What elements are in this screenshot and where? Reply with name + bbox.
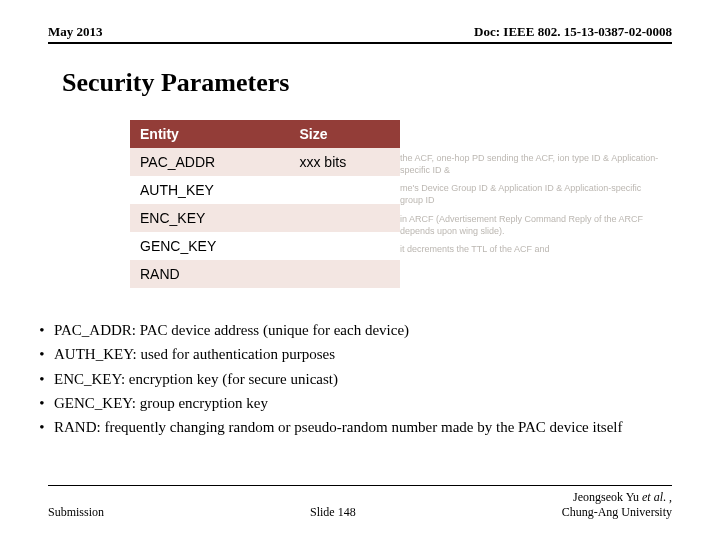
- col-size: Size: [289, 120, 400, 148]
- list-item: •RAND: frequently changing random or pse…: [30, 417, 672, 437]
- table-header-row: Entity Size: [130, 120, 400, 148]
- cell-size: [289, 232, 400, 260]
- ghost-line: it decrements the TTL of the ACF and: [400, 243, 665, 255]
- table-row: RAND: [130, 260, 400, 288]
- slide: May 2013 Doc: IEEE 802. 15-13-0387-02-00…: [0, 0, 720, 540]
- bullet-icon: •: [30, 344, 54, 364]
- table-row: GENC_KEY: [130, 232, 400, 260]
- slide-title: Security Parameters: [62, 68, 289, 98]
- footer-center: Slide 148: [104, 505, 562, 520]
- header-rule: [48, 42, 672, 44]
- cell-size: [289, 204, 400, 232]
- list-item: •AUTH_KEY: used for authentication purpo…: [30, 344, 672, 364]
- bullet-list: •PAC_ADDR: PAC device address (unique fo…: [30, 320, 672, 441]
- footer-rule: [48, 485, 672, 487]
- bullet-text: AUTH_KEY: used for authentication purpos…: [54, 344, 672, 364]
- footer-left: Submission: [48, 505, 104, 520]
- table-row: ENC_KEY: [130, 204, 400, 232]
- background-ghost-text: the ACF, one-hop PD sending the ACF, ion…: [400, 152, 665, 261]
- bullet-icon: •: [30, 320, 54, 340]
- footer-right: Jeongseok Yu et al. , Chung-Ang Universi…: [562, 490, 672, 520]
- cell-entity: ENC_KEY: [130, 204, 289, 232]
- footer-author-tail: . ,: [663, 490, 672, 504]
- bullet-text: ENC_KEY: encryption key (for secure unic…: [54, 369, 672, 389]
- bullet-text: PAC_ADDR: PAC device address (unique for…: [54, 320, 672, 340]
- list-item: •ENC_KEY: encryption key (for secure uni…: [30, 369, 672, 389]
- security-params-table: Entity Size PAC_ADDR xxx bits AUTH_KEY E…: [130, 120, 400, 288]
- bullet-text: RAND: frequently changing random or pseu…: [54, 417, 672, 437]
- footer-affiliation: Chung-Ang University: [562, 505, 672, 519]
- list-item: •GENC_KEY: group encryption key: [30, 393, 672, 413]
- ghost-line: me's Device Group ID & Application ID & …: [400, 182, 665, 206]
- bullet-icon: •: [30, 369, 54, 389]
- footer-etal: et al: [642, 490, 663, 504]
- table-row: AUTH_KEY: [130, 176, 400, 204]
- bullet-icon: •: [30, 393, 54, 413]
- header-bar: May 2013 Doc: IEEE 802. 15-13-0387-02-00…: [48, 24, 672, 40]
- cell-size: xxx bits: [289, 148, 400, 176]
- ghost-line: the ACF, one-hop PD sending the ACF, ion…: [400, 152, 665, 176]
- cell-size: [289, 260, 400, 288]
- header-date: May 2013: [48, 24, 103, 40]
- footer-bar: Submission Slide 148 Jeongseok Yu et al.…: [48, 490, 672, 520]
- table: Entity Size PAC_ADDR xxx bits AUTH_KEY E…: [130, 120, 400, 288]
- cell-entity: PAC_ADDR: [130, 148, 289, 176]
- bullet-text: GENC_KEY: group encryption key: [54, 393, 672, 413]
- cell-entity: AUTH_KEY: [130, 176, 289, 204]
- cell-entity: RAND: [130, 260, 289, 288]
- ghost-line: in ARCF (Advertisement Reply Command Rep…: [400, 213, 665, 237]
- header-doc-id: Doc: IEEE 802. 15-13-0387-02-0008: [474, 24, 672, 40]
- cell-size: [289, 176, 400, 204]
- footer-author: Jeongseok Yu: [573, 490, 642, 504]
- list-item: •PAC_ADDR: PAC device address (unique fo…: [30, 320, 672, 340]
- bullet-icon: •: [30, 417, 54, 437]
- cell-entity: GENC_KEY: [130, 232, 289, 260]
- col-entity: Entity: [130, 120, 289, 148]
- table-row: PAC_ADDR xxx bits: [130, 148, 400, 176]
